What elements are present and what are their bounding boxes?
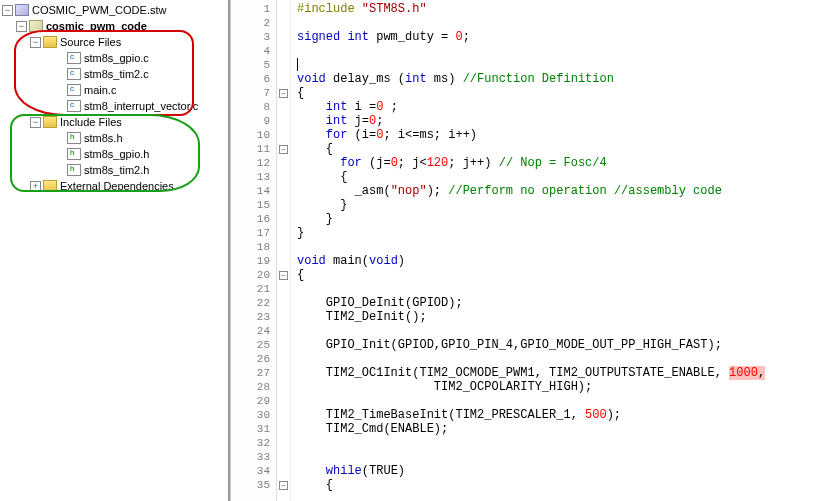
fold-cell — [277, 296, 290, 310]
code-line[interactable]: { — [291, 170, 824, 184]
source-file-node[interactable]: stm8_interrupt_vector.c — [2, 98, 228, 114]
line-number: 18 — [231, 240, 276, 254]
code-line[interactable] — [291, 58, 824, 72]
fold-cell[interactable]: − — [277, 268, 290, 282]
ext-deps-label: External Dependencies — [60, 180, 174, 192]
fold-cell — [277, 58, 290, 72]
fold-cell — [277, 30, 290, 44]
line-number: 13 — [231, 170, 276, 184]
line-number: 23 — [231, 310, 276, 324]
fold-cell — [277, 464, 290, 478]
code-line[interactable]: TIM2_Cmd(ENABLE); — [291, 422, 824, 436]
fold-cell — [277, 380, 290, 394]
source-file-node[interactable]: main.c — [2, 82, 228, 98]
line-number: 6 — [231, 72, 276, 86]
fold-cell — [277, 44, 290, 58]
fold-toggle-icon[interactable]: − — [279, 481, 288, 490]
code-line[interactable]: } — [291, 198, 824, 212]
fold-cell — [277, 366, 290, 380]
collapse-icon[interactable]: − — [30, 37, 41, 48]
h-file-icon — [67, 148, 81, 160]
include-file-node[interactable]: stm8s_gpio.h — [2, 146, 228, 162]
line-number: 24 — [231, 324, 276, 338]
source-file-node[interactable]: stm8s_gpio.c — [2, 50, 228, 66]
code-line[interactable]: for (i=0; i<=ms; i++) — [291, 128, 824, 142]
code-line[interactable]: void delay_ms (int ms) //Function Defini… — [291, 72, 824, 86]
code-line[interactable]: } — [291, 226, 824, 240]
code-line[interactable]: for (j=0; j<120; j++) // Nop = Fosc/4 — [291, 156, 824, 170]
collapse-icon[interactable]: − — [30, 117, 41, 128]
source-file-node[interactable]: stm8s_tim2.c — [2, 66, 228, 82]
code-line[interactable]: TIM2_DeInit(); — [291, 310, 824, 324]
source-folder-node[interactable]: − Source Files — [2, 34, 228, 50]
fold-cell — [277, 436, 290, 450]
line-number: 20 — [231, 268, 276, 282]
fold-cell — [277, 254, 290, 268]
collapse-icon[interactable]: − — [16, 21, 27, 32]
fold-cell — [277, 100, 290, 114]
code-line[interactable]: int j=0; — [291, 114, 824, 128]
collapse-icon[interactable]: − — [2, 5, 13, 16]
code-line[interactable]: { — [291, 478, 824, 492]
workspace-icon — [15, 4, 29, 16]
code-line[interactable]: GPIO_Init(GPIOD,GPIO_PIN_4,GPIO_MODE_OUT… — [291, 338, 824, 352]
fold-cell — [277, 212, 290, 226]
file-label: stm8s_tim2.c — [84, 68, 149, 80]
line-number: 21 — [231, 282, 276, 296]
code-line[interactable] — [291, 282, 824, 296]
code-line[interactable]: TIM2_OCPOLARITY_HIGH); — [291, 380, 824, 394]
ext-deps-node[interactable]: + External Dependencies — [2, 178, 228, 194]
code-line[interactable]: _asm("nop"); //Perform no operation //as… — [291, 184, 824, 198]
line-number: 35 — [231, 478, 276, 492]
code-line[interactable]: { — [291, 268, 824, 282]
code-line[interactable]: #include "STM8S.h" — [291, 2, 824, 16]
fold-toggle-icon[interactable]: − — [279, 89, 288, 98]
include-file-node[interactable]: stm8s.h — [2, 130, 228, 146]
file-label: stm8s_tim2.h — [84, 164, 149, 176]
code-line[interactable]: int i =0 ; — [291, 100, 824, 114]
line-number: 33 — [231, 450, 276, 464]
code-line[interactable] — [291, 450, 824, 464]
expand-icon[interactable]: + — [30, 181, 41, 192]
code-line[interactable] — [291, 44, 824, 58]
fold-cell — [277, 352, 290, 366]
line-number: 9 — [231, 114, 276, 128]
include-folder-node[interactable]: − Include Files — [2, 114, 228, 130]
text-caret — [297, 58, 298, 71]
fold-toggle-icon[interactable]: − — [279, 271, 288, 280]
code-line[interactable]: GPIO_DeInit(GPIOD); — [291, 296, 824, 310]
code-line[interactable] — [291, 352, 824, 366]
line-number: 32 — [231, 436, 276, 450]
project-label: cosmic_pwm_code — [46, 20, 147, 32]
fold-cell — [277, 282, 290, 296]
code-line[interactable]: { — [291, 86, 824, 100]
line-number: 22 — [231, 296, 276, 310]
folder-icon — [43, 180, 57, 192]
code-line[interactable]: } — [291, 212, 824, 226]
include-file-node[interactable]: stm8s_tim2.h — [2, 162, 228, 178]
fold-cell — [277, 226, 290, 240]
file-label: main.c — [84, 84, 116, 96]
workspace-node[interactable]: − COSMIC_PWM_CODE.stw — [2, 2, 228, 18]
fold-cell[interactable]: − — [277, 478, 290, 492]
fold-toggle-icon[interactable]: − — [279, 145, 288, 154]
code-area[interactable]: #include "STM8S.h"signed int pwm_duty = … — [291, 0, 824, 501]
fold-cell[interactable]: − — [277, 142, 290, 156]
code-line[interactable] — [291, 16, 824, 30]
project-node[interactable]: − cosmic_pwm_code — [2, 18, 228, 34]
fold-cell — [277, 114, 290, 128]
code-line[interactable] — [291, 240, 824, 254]
code-line[interactable]: TIM2_OC1Init(TIM2_OCMODE_PWM1, TIM2_OUTP… — [291, 366, 824, 380]
code-line[interactable]: signed int pwm_duty = 0; — [291, 30, 824, 44]
code-line[interactable]: void main(void) — [291, 254, 824, 268]
code-line[interactable]: { — [291, 142, 824, 156]
code-line[interactable]: while(TRUE) — [291, 464, 824, 478]
code-line[interactable] — [291, 394, 824, 408]
code-line[interactable] — [291, 324, 824, 338]
code-editor-panel: 1234567891011121314151617181920212223242… — [230, 0, 824, 501]
file-label: stm8s_gpio.h — [84, 148, 149, 160]
fold-cell[interactable]: − — [277, 86, 290, 100]
code-line[interactable]: TIM2_TimeBaseInit(TIM2_PRESCALER_1, 500)… — [291, 408, 824, 422]
code-line[interactable] — [291, 436, 824, 450]
fold-column: −−−− — [277, 0, 291, 501]
